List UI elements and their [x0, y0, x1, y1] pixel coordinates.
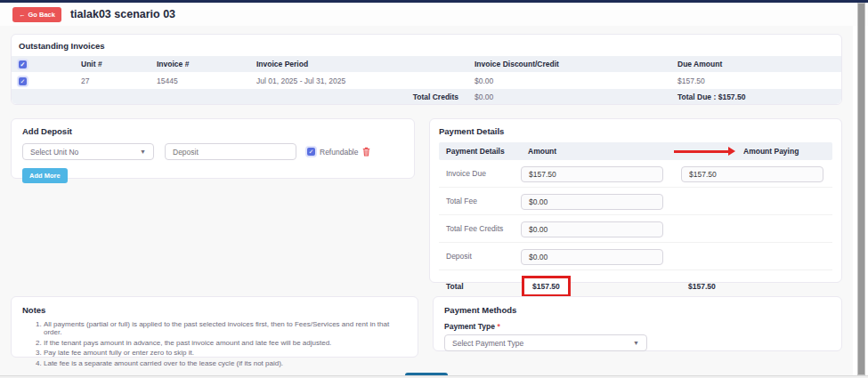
chevron-down-icon: ▼ — [633, 340, 639, 346]
refundable-label: Refundable — [320, 148, 358, 157]
payment-type-placeholder: Select Payment Type — [452, 339, 523, 348]
pd-label-total-fee-credits: Total Fee Credits — [439, 224, 521, 233]
notes-list: All payments (partial or full) is applie… — [22, 320, 407, 367]
invoice-due-paying-input[interactable] — [681, 166, 823, 182]
total-due: Total Due : $157.50 — [670, 92, 841, 101]
col-invoice: Invoice # — [150, 60, 249, 68]
add-deposit-card: Add Deposit Select Unit No ▼ ✓ Refundabl… — [11, 118, 415, 179]
pd-row-invoice-due: Invoice Due — [439, 160, 832, 188]
vertical-scrollbar[interactable] — [857, 3, 865, 375]
pd-row-total-fee: Total Fee — [439, 188, 832, 215]
required-marker: * — [497, 322, 499, 331]
payment-methods-title: Payment Methods — [444, 305, 831, 315]
outstanding-invoices-card: Outstanding Invoices ✓ Unit # Invoice # … — [11, 34, 842, 105]
row-checkbox[interactable]: ✓ — [19, 77, 27, 85]
total-credits-value: $0.00 — [467, 92, 670, 101]
annotation-highlight-box: $157.50 — [522, 276, 571, 297]
select-all-checkbox[interactable]: ✓ — [19, 60, 27, 68]
add-deposit-title: Add Deposit — [22, 126, 403, 136]
cell-due: $157.50 — [670, 76, 841, 85]
refundable-checkbox[interactable]: ✓ — [307, 148, 315, 156]
trash-icon[interactable] — [362, 147, 370, 157]
col-due: Due Amount — [670, 60, 841, 68]
invoices-table-footer: Total Credits $0.00 Total Due : $157.50 — [12, 89, 841, 104]
notes-title: Notes — [22, 305, 407, 315]
page-header: ← Go Back tialak03 scenario 03 — [0, 3, 868, 26]
main-content: Outstanding Invoices ✓ Unit # Invoice # … — [0, 26, 853, 375]
pd-col-amount: Amount — [521, 147, 674, 156]
pd-label-invoice-due: Invoice Due — [439, 169, 521, 178]
unit-select[interactable]: Select Unit No ▼ — [22, 143, 154, 160]
note-item: If the tenant pays amount in advance, th… — [44, 339, 407, 347]
payment-details-title: Payment Details — [439, 126, 832, 136]
pd-row-total: Total $157.50 $157.50 — [439, 270, 832, 299]
payment-methods-card: Payment Methods Payment Type * Select Pa… — [433, 296, 842, 351]
notes-card: Notes All payments (partial or full) is … — [11, 296, 418, 358]
payment-type-label: Payment Type * — [444, 322, 831, 331]
cell-invoice: 15445 — [150, 76, 249, 85]
invoices-table-header: ✓ Unit # Invoice # Invoice Period Invoic… — [12, 56, 841, 72]
chevron-down-icon: ▼ — [140, 149, 146, 155]
payment-type-select[interactable]: Select Payment Type ▼ — [444, 334, 647, 351]
total-due-label: Total Due : — [677, 92, 716, 101]
unit-select-placeholder: Select Unit No — [30, 148, 78, 157]
total-credits-label: Total Credits — [249, 92, 467, 101]
pd-col-detail: Payment Details — [439, 147, 521, 156]
payment-type-label-text: Payment Type — [444, 322, 495, 331]
cell-discount: $0.00 — [467, 76, 670, 85]
pd-total-paying: $157.50 — [681, 282, 832, 291]
note-item: Pay late fee amount fully or enter zero … — [44, 349, 407, 357]
col-period: Invoice Period — [249, 60, 467, 68]
pd-row-deposit: Deposit — [439, 243, 832, 270]
deposit-input[interactable] — [165, 143, 296, 160]
payment-details-card: Payment Details Payment Details Amount A… — [429, 118, 842, 283]
page-title: tialak03 scenario 03 — [70, 8, 175, 20]
pd-label-deposit: Deposit — [439, 252, 521, 261]
go-back-label: Go Back — [28, 11, 55, 19]
col-unit: Unit # — [74, 60, 150, 68]
outstanding-invoices-title: Outstanding Invoices — [12, 41, 841, 56]
pd-label-total-fee: Total Fee — [439, 197, 521, 205]
invoice-due-amount-input[interactable] — [521, 166, 663, 182]
total-due-value: $157.50 — [718, 92, 746, 101]
note-item: Late fee is a separate amount carried ov… — [44, 359, 407, 367]
pd-row-total-fee-credits: Total Fee Credits — [439, 215, 832, 243]
annotation-arrow — [674, 150, 729, 153]
pd-col-amount-paying: Amount Paying — [736, 147, 868, 156]
go-back-button[interactable]: ← Go Back — [12, 7, 61, 22]
total-fee-amount-input[interactable] — [521, 194, 663, 210]
back-arrow-icon: ← — [19, 11, 26, 19]
deposit-amount-input[interactable] — [521, 249, 663, 265]
payment-details-header: Payment Details Amount Amount Paying — [439, 142, 832, 160]
col-discount: Invoice Discount/Credit — [467, 60, 670, 68]
cell-unit: 27 — [74, 76, 150, 85]
total-fee-credits-amount-input[interactable] — [521, 221, 663, 237]
note-item: All payments (partial or full) is applie… — [44, 320, 407, 336]
cell-period: Jul 01, 2025 - Jul 31, 2025 — [249, 76, 467, 85]
invoice-table-row: ✓ 27 15445 Jul 01, 2025 - Jul 31, 2025 $… — [12, 72, 841, 89]
pd-total-label: Total — [439, 282, 521, 291]
add-more-button[interactable]: Add More — [22, 168, 68, 183]
